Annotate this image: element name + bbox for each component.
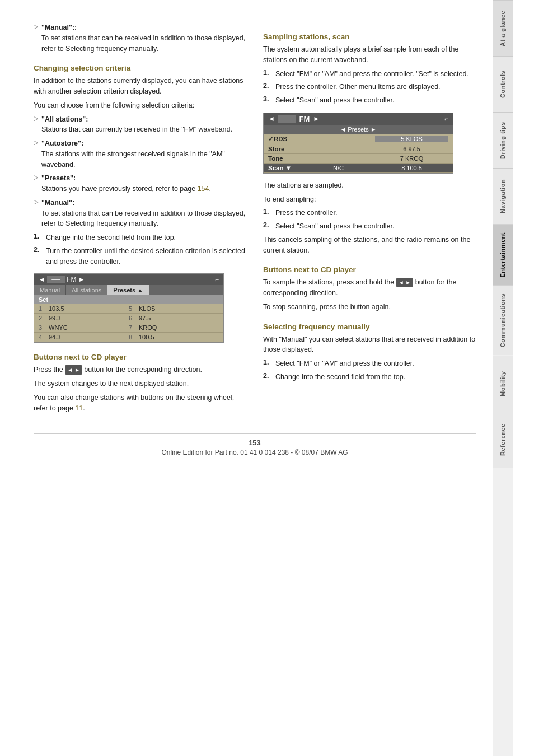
buttons-cd-title-right: Buttons next to CD player — [263, 265, 476, 274]
tab-driving-tips[interactable]: Driving tips — [493, 112, 513, 168]
step-num: 2. — [263, 221, 272, 232]
tab-reference[interactable]: Reference — [493, 412, 513, 468]
tone-stations: 7 KROQ — [302, 155, 448, 162]
manual-bullet-content: "Manual":: To set stations that can be r… — [41, 22, 246, 54]
bullet-autostore: ▷ "Autostore": The stations with the str… — [34, 138, 246, 170]
step-num-1: 1. — [34, 232, 43, 243]
st-name: 94.3 — [49, 334, 129, 340]
bullet-presets-content: "Presets": Stations you have previously … — [41, 173, 211, 194]
bullet-manual: ▷ "Manual": To set stations that can be … — [34, 198, 246, 229]
station-empty2 — [302, 146, 375, 152]
screen-top-bar: ◄ ── FM ► ⌐ — [34, 274, 223, 285]
station-97: 6 97.5 — [375, 146, 448, 152]
st-num: 1 — [39, 305, 49, 312]
tab-entertainment[interactable]: Entertainment — [493, 224, 513, 285]
st-num: 2 — [39, 315, 49, 321]
screen-top-right: ◄ ── FM ► ⌐ — [264, 113, 453, 125]
buttons-cd-text2: The system changes to the next displayed… — [34, 379, 246, 389]
left-column: ▷ "Manual":: To set stations that can be… — [34, 22, 246, 417]
tab-presets[interactable]: Presets ▲ — [107, 285, 149, 295]
st-name2: KLOS — [139, 305, 219, 312]
tab-at-a-glance[interactable]: At a glance — [493, 0, 513, 56]
menu-row-store: Store 6 97.5 — [264, 144, 453, 154]
st-num2: 5 — [129, 305, 139, 312]
sampling-intro: The system automatically plays a brief s… — [263, 44, 476, 66]
fm-label: FM — [299, 115, 310, 123]
two-col-layout: ▷ "Manual":: To set stations that can be… — [34, 22, 476, 417]
page-11-link[interactable]: 11 — [75, 404, 83, 412]
buttons-cd-text-left: Press the ◄ ► button for the correspondi… — [34, 365, 246, 375]
step-2-left: 2. Turn the controller until the desired… — [34, 246, 246, 267]
station-empty1 — [302, 136, 375, 142]
bullet-arrow-icon: ▷ — [34, 23, 38, 54]
bullet-all-stations-content: "All stations": Stations that can curren… — [41, 114, 232, 136]
scan-label: Scan ▼ — [268, 165, 302, 171]
bullet-arrow-icon: ▷ — [34, 115, 38, 136]
rds-stations: 5 KLOS — [302, 136, 448, 142]
right-column: Sampling stations, scan The system autom… — [263, 22, 476, 417]
bullet-manual-content: "Manual": To set stations that can be re… — [41, 198, 246, 229]
sampling-title: Sampling stations, scan — [263, 32, 476, 41]
page-container: ▷ "Manual":: To set stations that can be… — [0, 0, 534, 756]
tab-controls[interactable]: Controls — [493, 56, 513, 112]
changing-intro2: You can choose from the following select… — [34, 100, 246, 111]
step-num: 1. — [263, 358, 272, 369]
step-text-2: Turn the controller until the desired se… — [46, 246, 246, 267]
presets-label: "Presets": — [41, 174, 76, 182]
autostore-text: The stations with the strongest received… — [41, 150, 225, 169]
step-num: 1. — [263, 208, 272, 218]
buttons-cd-right-text1: To sample the stations, press and hold t… — [263, 277, 476, 298]
tab-mobility[interactable]: Mobility — [493, 356, 513, 412]
st-num2: 6 — [129, 315, 139, 321]
bullet-arrow-icon: ▷ — [34, 198, 38, 229]
tab-all-stations[interactable]: All stations — [66, 285, 107, 295]
st-name: 99.3 — [49, 315, 129, 321]
buttons-cd-title-left: Buttons next to CD player — [34, 353, 246, 361]
page-154-link[interactable]: 154 — [198, 185, 209, 193]
set-label: Set — [34, 295, 223, 304]
all-stations-text: Stations that can currently be received … — [41, 125, 232, 133]
changing-section-title: Changing selection criteria — [34, 64, 246, 72]
station-row-3: 3 WNYC 7 KROQ — [34, 323, 223, 333]
cancel-note: This cancels sampling of the stations, a… — [263, 235, 476, 256]
all-stations-label: "All stations": — [41, 115, 88, 123]
bullet-all-stations: ▷ "All stations": Stations that can curr… — [34, 114, 246, 136]
selecting-freq-title: Selecting frequency manually — [263, 323, 476, 331]
cd-btn-icon: ◄ ► — [65, 365, 82, 375]
step-text-1: Change into the second field from the to… — [46, 232, 176, 243]
tab-navigation[interactable]: Navigation — [493, 168, 513, 224]
bullet-autostore-content: "Autostore": The stations with the stron… — [41, 138, 246, 170]
step-num: 2. — [263, 82, 272, 92]
manual-text: To set stations that can be received in … — [41, 34, 245, 53]
step-text: Select "Scan" and press the controller. — [275, 221, 394, 232]
page-number: 153 — [34, 438, 476, 447]
step-text: Press the controller. Other menu items a… — [275, 82, 441, 92]
footer-text: Online Edition for Part no. 01 41 0 014 … — [34, 449, 476, 456]
presets-text: Stations you have previously stored, ref… — [41, 185, 211, 193]
tab-manual[interactable]: Manual — [34, 285, 66, 295]
scan-btn-icon: ◄ ► — [396, 278, 414, 287]
buttons-cd-text3: You can also change stations with button… — [34, 393, 246, 414]
fm-mid: ── — [278, 115, 296, 123]
tab-communications[interactable]: Communications — [493, 285, 513, 355]
st-name2: KROQ — [139, 324, 219, 331]
station-klos: 5 KLOS — [375, 136, 448, 142]
main-content: ▷ "Manual":: To set stations that can be… — [0, 0, 493, 756]
fm-right-arrow: ► — [313, 115, 320, 123]
presets-bar: ◄ Presets ► — [264, 125, 453, 134]
autostore-label: "Autostore": — [41, 139, 83, 147]
bullet-arrow-icon: ▷ — [34, 139, 38, 170]
step-num-2: 2. — [34, 246, 43, 267]
station-nc: N/C — [302, 165, 375, 171]
step-num: 2. — [263, 372, 272, 382]
st-num: 4 — [39, 334, 49, 340]
buttons-cd-right-text2: To stop scanning, press the button again… — [263, 302, 476, 312]
scan-stations: N/C 8 100.5 — [302, 165, 448, 171]
step-text: Press the controller. — [275, 208, 337, 218]
st-name2: 97.5 — [139, 315, 219, 321]
stations-sampled: The stations are sampled. — [263, 180, 476, 191]
screen-top-label: ◄ ── FM ► — [39, 276, 85, 283]
select-step-1: 1. Select "FM" or "AM" and press the con… — [263, 358, 476, 369]
manual-bullet-top: ▷ "Manual":: To set stations that can be… — [34, 22, 246, 54]
station-row-2: 2 99.3 6 97.5 — [34, 314, 223, 323]
